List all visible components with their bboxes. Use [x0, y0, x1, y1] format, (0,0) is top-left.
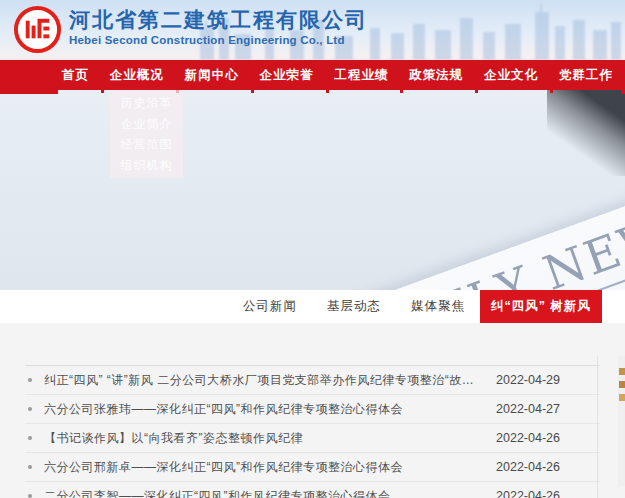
news-row[interactable]: 【书记谈作风】以“向我看齐”姿态整顿作风纪律 2022-04-26 — [25, 424, 600, 453]
nav-item-label: 新闻中心 — [185, 68, 239, 82]
headline-daily-news: DAILY NEWS — [371, 193, 625, 290]
subnav-tab[interactable]: 公司新闻 — [228, 290, 312, 323]
news-title-link[interactable]: 六分公司张雅玮——深化纠正“四风”和作风纪律专项整治心得体会 — [44, 401, 484, 418]
nav-item[interactable]: 新闻中心 — [185, 67, 239, 84]
bullet-icon — [28, 494, 32, 498]
widget-fragment-icon — [619, 394, 625, 401]
nav-item-label: 党群工作 — [559, 68, 613, 82]
news-date: 2022-04-27 — [484, 402, 600, 416]
site-header: 河北省第二建筑工程有限公司 Hebei Second Construction … — [0, 0, 625, 60]
nav-item-label: 政策法规 — [409, 68, 463, 82]
news-date: 2022-04-26 — [484, 489, 600, 498]
subnav-tab[interactable]: 纠“四风” 树新风 — [480, 290, 602, 323]
bullet-icon — [28, 378, 32, 382]
news-title-link[interactable]: 六分公司邢新卓——深化纠正“四风”和作风纪律专项整治心得体会 — [44, 459, 484, 476]
news-row[interactable]: 六分公司邢新卓——深化纠正“四风”和作风纪律专项整治心得体会 2022-04-2… — [25, 453, 600, 482]
nav-strip-decoration — [0, 90, 58, 94]
nav-dropdown-ghost: 历史沿革 企业简介 经营范围 组织机构 — [110, 90, 183, 178]
widget-fragment-icon — [619, 381, 625, 388]
company-name-en: Hebei Second Construction Engineering Co… — [69, 34, 368, 46]
subnav-tab-label: 媒体聚焦 — [411, 298, 465, 315]
nav-item[interactable]: 首页 — [62, 67, 89, 84]
bullet-icon — [28, 407, 32, 411]
subnav-tab-label: 纠“四风” 树新风 — [491, 298, 591, 315]
company-name: 河北省第二建筑工程有限公司 — [69, 7, 368, 33]
nav-item[interactable]: 党群工作 — [559, 67, 613, 84]
nav-item-label: 企业文化 — [484, 68, 538, 82]
main-nav: 首页 企业概况 新闻中心 企业荣誉 工程业绩 政策法规 企业文化 党群工作 — [0, 60, 625, 90]
company-logo-icon[interactable] — [13, 5, 62, 54]
nav-item-label: 企业荣誉 — [260, 68, 314, 82]
main-nav-list: 首页 企业概况 新闻中心 企业荣誉 工程业绩 政策法规 企业文化 党群工作 — [62, 60, 613, 90]
subnav-tabs: 公司新闻 基层动态 媒体聚焦 纠“四风” 树新风 — [0, 290, 625, 323]
nav-item[interactable]: 企业文化 — [484, 67, 538, 84]
content-edge-line — [597, 356, 598, 498]
subnav-tab-label: 基层动态 — [327, 298, 381, 315]
bullet-icon — [28, 465, 32, 469]
dropdown-item[interactable]: 历史沿革 — [110, 93, 183, 114]
nav-item-label: 工程业绩 — [334, 68, 388, 82]
floating-widget-cutoff[interactable] — [618, 356, 625, 486]
news-row[interactable]: 纠正“四风” “讲”新风 二分公司大桥水厂项目党支部举办作风纪律专项整治“故事会… — [25, 366, 600, 395]
news-title-link[interactable]: 二分公司李智——深化纠正“四风”和作风纪律专项整治心得体会 — [44, 488, 484, 498]
nav-item[interactable]: 企业概况 — [110, 67, 164, 84]
news-date: 2022-04-29 — [484, 373, 600, 387]
page: 河北省第二建筑工程有限公司 Hebei Second Construction … — [0, 0, 625, 498]
news-row[interactable]: 二分公司李智——深化纠正“四风”和作风纪律专项整治心得体会 2022-04-26 — [25, 482, 600, 498]
dropdown-item[interactable]: 经营范围 — [110, 134, 183, 155]
widget-fragment-icon — [619, 368, 625, 375]
bullet-icon — [28, 436, 32, 440]
nav-item[interactable]: 政策法规 — [409, 67, 463, 84]
news-title-link[interactable]: 纠正“四风” “讲”新风 二分公司大桥水厂项目党支部举办作风纪律专项整治“故事会… — [44, 372, 484, 389]
news-area: 纠正“四风” “讲”新风 二分公司大桥水厂项目党支部举办作风纪律专项整治“故事会… — [0, 365, 625, 498]
news-list: 纠正“四风” “讲”新风 二分公司大桥水厂项目党支部举办作风纪律专项整治“故事会… — [25, 365, 600, 498]
nav-item[interactable]: 企业荣誉 — [260, 67, 314, 84]
subnav-tab[interactable]: 媒体聚焦 — [396, 290, 480, 323]
banner-dark-corner — [547, 90, 625, 176]
banner-newspaper-image: World DAILY NEWS on Set for This Week 历史… — [0, 90, 625, 290]
news-date: 2022-04-26 — [484, 431, 600, 445]
subnav-tab-label: 公司新闻 — [243, 298, 297, 315]
news-date: 2022-04-26 — [484, 460, 600, 474]
nav-item-label: 企业概况 — [110, 68, 164, 82]
dropdown-item[interactable]: 企业简介 — [110, 114, 183, 135]
nav-item-label: 首页 — [62, 68, 89, 82]
dropdown-item[interactable]: 组织机构 — [110, 155, 183, 176]
news-title-link[interactable]: 【书记谈作风】以“向我看齐”姿态整顿作风纪律 — [44, 430, 484, 447]
subnav-tab[interactable]: 基层动态 — [312, 290, 396, 323]
news-row[interactable]: 六分公司张雅玮——深化纠正“四风”和作风纪律专项整治心得体会 2022-04-2… — [25, 395, 600, 424]
nav-item[interactable]: 工程业绩 — [334, 67, 388, 84]
